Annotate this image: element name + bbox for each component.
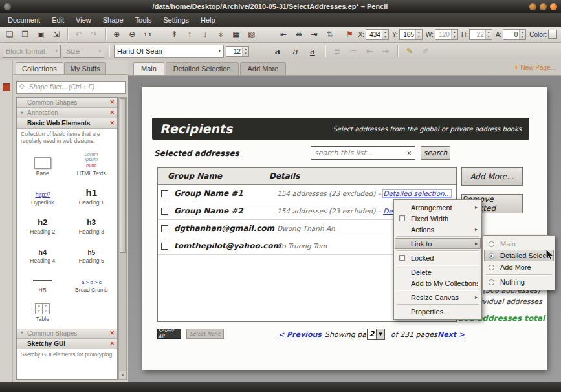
tab-collections[interactable]: Collections [16,62,63,74]
shape-item-bread-crumb[interactable]: a > b > c Bread Crumb [67,266,116,293]
tab-detailed-selection[interactable]: Detailed Selection [166,62,239,75]
checkbox-icon[interactable] [399,215,405,221]
radio-icon[interactable] [489,279,494,285]
submenu-item-add-more[interactable]: Add More [484,261,554,273]
wireframe-search-button[interactable]: search [421,146,450,160]
save-icon[interactable]: ▣ [34,28,48,41]
align-center-icon[interactable]: ⇹ [292,28,306,41]
shape-item-heading5[interactable]: h5 Heading 5 [67,237,116,264]
align-left-icon[interactable]: ⇤ [276,28,291,41]
menu-help[interactable]: Help [195,14,221,26]
minimize-button[interactable] [529,3,536,10]
radio-selected-icon[interactable] [489,253,494,259]
send-backward-icon[interactable]: ↓ [198,28,212,41]
highlight-icon[interactable]: ✎ [402,45,417,58]
section-annotation[interactable]: + Annotation ✕ [17,108,117,118]
row-checkbox[interactable] [161,208,168,215]
menu-document[interactable]: Document [2,14,46,26]
context-menu-item-arrangement[interactable]: Arrangement ▸ [395,202,481,213]
open-icon[interactable]: ❐ [18,28,32,41]
new-page-button[interactable]: + New Page... [514,63,556,75]
context-menu-item-locked[interactable]: Locked [395,252,481,263]
menu-view[interactable]: View [70,14,97,26]
shape-item-heading3[interactable]: h3 Heading 3 [67,208,116,235]
shape-filter-input[interactable] [16,81,126,94]
submenu-item-nothing[interactable]: Nothing [484,276,554,288]
spin-down-icon[interactable]: ▾ [243,51,248,56]
menu-tools[interactable]: Tools [129,14,158,26]
group-icon[interactable]: ▦ [229,28,243,41]
section-common-shapes[interactable]: Common Shapes ✕ [17,98,117,108]
expand-icon[interactable]: + [19,109,25,116]
italic-icon[interactable]: a [287,45,303,58]
detailed-selection-link[interactable]: Detailed selection... [383,190,451,197]
scroll-down-icon[interactable]: ▾ [119,371,126,379]
recipients-header-bar[interactable]: Recipients Select addresses from the glo… [152,118,529,140]
menu-settings[interactable]: Settings [157,14,195,26]
row-checkbox[interactable] [161,243,168,250]
marker-icon[interactable]: ⚑ [342,28,357,41]
close-collection-icon[interactable]: ✕ [109,99,115,105]
context-menu-item-fixed-width[interactable]: Fixed Width [395,213,481,224]
shape-item-table[interactable]: ab cd Table [18,295,67,322]
shape-item-heading1[interactable]: h1 Heading 1 [67,179,116,206]
section-sketchy-gui[interactable]: Sketchy GUI ✕ [17,339,117,349]
close-collection-icon[interactable]: ✕ [109,109,115,116]
bold-icon[interactable]: a [270,45,285,58]
checkbox-icon[interactable] [399,255,405,261]
radio-icon[interactable] [489,265,494,270]
submenu-item-detailed-selection[interactable]: Detailed Selection [484,250,554,261]
spin-down-icon[interactable]: ▾ [416,34,422,39]
scrollbar-thumb[interactable] [120,98,126,254]
y-input[interactable]: 165 ▴▾ [399,29,423,40]
send-to-back-icon[interactable]: ↡ [214,28,228,41]
ungroup-icon[interactable]: ▧ [245,28,259,41]
row-checkbox[interactable] [161,225,168,232]
collection-pane-icon[interactable] [3,83,10,91]
font-size-input[interactable]: 12 ▴▾ [226,46,249,57]
wireframe-search-box[interactable]: search this list... ✕ [311,146,415,160]
tab-add-more[interactable]: Add More [240,62,287,75]
menu-edit[interactable]: Edit [46,14,70,26]
color-swatch[interactable] [548,30,557,39]
tab-my-stuffs[interactable]: My Stuffs [64,62,107,74]
zoom-actual-icon[interactable]: 1:1 [140,28,155,41]
drawing-canvas[interactable]: Recipients Select addresses from the glo… [128,76,561,382]
window-menu-icon[interactable] [4,3,11,10]
close-button[interactable] [550,3,557,10]
menu-shape[interactable]: Shape [97,14,129,26]
row-checkbox[interactable] [161,190,168,197]
spin-down-icon[interactable]: ▾ [382,34,388,39]
next-link[interactable]: Next > [437,331,465,339]
close-collection-icon[interactable]: ✕ [109,120,115,126]
shape-item-pane[interactable]: Pane [18,149,67,177]
context-menu-item-delete[interactable]: Delete [395,267,481,278]
previous-link[interactable]: < Previous [278,331,322,339]
expand-icon[interactable]: + [19,330,25,336]
section-basic-web-elements[interactable]: Basic Web Elements ✕ [17,118,117,129]
context-menu-item-add-to-collections[interactable]: Add to My Collections... [395,278,481,289]
context-menu-item-properties[interactable]: Properties... [395,306,481,317]
page-select[interactable]: 2 ▼ [367,329,385,340]
spin-up-icon[interactable]: ▴ [243,47,248,52]
close-collection-icon[interactable]: ✕ [109,340,115,347]
bring-forward-icon[interactable]: ↑ [182,28,197,41]
section-common-shapes-2[interactable]: + Common Shapes ✕ [17,329,117,339]
font-family-select[interactable]: Hand Of Sean ▾ [114,45,224,58]
shape-item-html-texts[interactable]: Lorem ipsum nunc HTML Texts [67,149,116,177]
maximize-button[interactable] [540,3,547,10]
tab-main[interactable]: Main [133,62,164,75]
shape-item-heading2[interactable]: h2 Heading 2 [18,208,67,235]
spin-up-icon[interactable]: ▴ [520,30,525,35]
align-middle-icon[interactable]: ⇅ [323,28,337,41]
redo-icon[interactable]: ↷ [87,28,102,41]
shape-item-heading4[interactable]: h4 Heading 4 [18,237,67,264]
bring-to-front-icon[interactable]: ↟ [167,28,181,41]
align-right-icon[interactable]: ⇥ [307,28,322,41]
context-menu-item-link-to[interactable]: Link to ▸ [395,238,481,249]
x-input[interactable]: 434 ▴▾ [366,29,389,40]
clear-search-icon[interactable]: ✕ [406,150,412,157]
spin-down-icon[interactable]: ▾ [520,34,525,39]
select-none-button[interactable]: Select None [186,329,224,339]
zoom-out-icon[interactable]: ⊖ [125,28,139,41]
